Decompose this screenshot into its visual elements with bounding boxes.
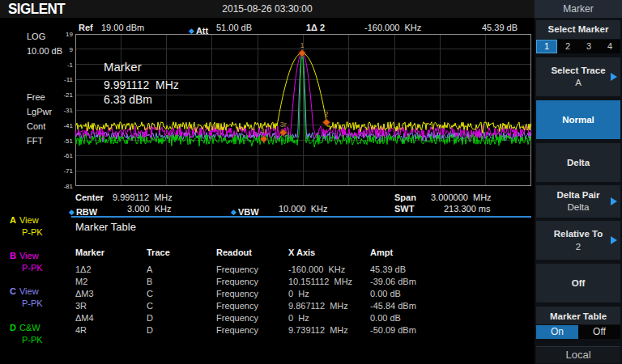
table-cell: ΔM4 xyxy=(75,313,147,325)
trace-a-mode: View xyxy=(19,215,39,225)
relative-to-label: Relative To xyxy=(536,229,620,239)
select-trace-label: Select Trace xyxy=(536,66,620,75)
spectrum-analyzer-screen: SIGLENT 2015-08-26 03:30:00 LOG 10.00 dB… xyxy=(0,0,622,364)
y-axis-tick-label: -51 xyxy=(55,138,73,145)
y-axis-tick-label: -1 xyxy=(55,61,73,69)
y-axis-tick-label: -31 xyxy=(55,107,73,114)
trace-d-mode: C&W xyxy=(19,323,40,332)
table-cell: ΔM3 xyxy=(75,289,147,301)
continuous-sweep-label: Cont xyxy=(27,121,45,131)
fft-mode-label: FFT xyxy=(27,136,43,146)
select-marker-button[interactable]: Select Marker xyxy=(536,20,620,39)
marker-annotation-amplitude: 6.33 dBm xyxy=(104,93,152,106)
vbw-active-diamond-icon: ◆ xyxy=(231,208,236,216)
delta-pair-value: Delta xyxy=(536,202,620,212)
col-header-marker: Marker xyxy=(75,248,147,260)
table-cell: 9.739112 MHz xyxy=(288,325,370,337)
spectrum-traces-svg: 123r4r xyxy=(75,34,531,186)
datetime-display: 2015-08-26 03:30:00 xyxy=(0,3,535,15)
delta-pair-label: Delta Pair xyxy=(536,190,620,200)
marker-annotation-frequency: 9.991112 MHz xyxy=(104,78,179,91)
table-cell: 4R xyxy=(75,325,147,337)
trace-b-detector: P-PK xyxy=(22,263,43,273)
spectrum-plot: 123r4r Marker 9.991112 MHz 6.33 dBm xyxy=(75,34,531,186)
marker-table-separator-line xyxy=(71,216,531,218)
active-marker-id: 1Δ 2 xyxy=(306,23,325,32)
table-cell: Frequency xyxy=(216,301,288,313)
marker-table-off-option[interactable]: Off xyxy=(578,325,620,339)
table-cell: 10.151112 MHz xyxy=(288,277,370,289)
table-cell: 0.00 dB xyxy=(370,313,492,325)
select-trace-value: A xyxy=(536,78,620,87)
marker-table-on-option[interactable]: On xyxy=(536,325,578,339)
center-freq-value: 9.999112 MHz xyxy=(113,193,173,202)
trace-a-letter: A xyxy=(10,215,16,225)
ref-label: Ref xyxy=(79,23,93,32)
marker-table-body: 1Δ2AFrequency-160.000 KHz45.39 dB M2BFre… xyxy=(75,265,492,337)
normal-button[interactable]: Normal xyxy=(536,100,620,139)
relative-to-value: 2 xyxy=(536,242,620,252)
table-cell: -45.84 dBm xyxy=(370,301,492,313)
top-status-bar: SIGLENT 2015-08-26 03:30:00 xyxy=(0,0,535,18)
table-cell: D xyxy=(147,313,216,325)
trace-c-detector: P-PK xyxy=(22,298,43,308)
table-cell: -39.06 dBm xyxy=(370,277,492,289)
trace-a-detector: P-PK xyxy=(22,227,43,237)
table-cell: C xyxy=(147,289,216,301)
table-cell: -50.09 dBm xyxy=(370,325,492,337)
span-label: Span xyxy=(394,193,416,202)
y-axis-tick-label: -41 xyxy=(55,122,73,129)
local-button[interactable]: Local xyxy=(536,346,620,363)
trace-c-letter: C xyxy=(10,286,16,296)
table-cell: D xyxy=(147,325,216,337)
marker-table-button[interactable]: Marker Table xyxy=(536,307,620,324)
table-cell: 0.00 dB xyxy=(370,289,492,301)
trace-d-detector: P-PK xyxy=(22,335,43,345)
col-header-readout: Readout xyxy=(216,248,288,260)
rbw-value: 3.000 KHz xyxy=(127,204,171,214)
table-cell: 45.39 dB xyxy=(370,265,492,277)
active-marker-xvalue: -160.000 KHz xyxy=(364,23,421,32)
table-cell: A xyxy=(147,265,216,277)
col-header-xaxis: X Axis xyxy=(288,248,370,260)
table-cell: M2 xyxy=(75,277,147,289)
trace-b-status: BView xyxy=(10,251,39,260)
span-value: 3.000000 MHz xyxy=(431,193,492,202)
svg-text:4r: 4r xyxy=(261,127,267,135)
table-cell: Frequency xyxy=(216,277,288,289)
amplitude-scale-label: LOG xyxy=(27,32,45,41)
submenu-arrow-icon xyxy=(611,73,617,81)
marker-option-1[interactable]: 1 xyxy=(536,40,557,53)
table-cell: 0 Hz xyxy=(288,313,370,325)
trace-c-status: CView xyxy=(10,286,39,296)
select-trace-button[interactable]: Select Trace A xyxy=(536,57,620,96)
marker-off-button[interactable]: Off xyxy=(536,264,620,303)
table-cell: B xyxy=(147,277,216,289)
y-axis-tick-label: 9 xyxy=(55,46,73,53)
center-freq-label: Center xyxy=(75,193,104,202)
marker-option-4[interactable]: 4 xyxy=(599,40,620,53)
softkey-menu-panel: Marker Select Marker 1 2 3 4 Select Trac… xyxy=(535,0,622,364)
delta-button[interactable]: Delta xyxy=(536,143,620,182)
y-axis-tick-label: -61 xyxy=(55,152,73,159)
col-header-ampt: Ampt xyxy=(370,248,492,260)
delta-pair-button[interactable]: Delta Pair Delta xyxy=(536,185,620,218)
trace-d-status: DC&W xyxy=(10,323,40,332)
svg-text:3r: 3r xyxy=(280,121,287,129)
table-cell: Frequency xyxy=(216,313,288,325)
y-axis-tick-label: -71 xyxy=(55,167,73,175)
marker-table-title: Marker Table xyxy=(75,221,136,233)
relative-to-button[interactable]: Relative To 2 xyxy=(536,221,620,260)
marker-option-2[interactable]: 2 xyxy=(557,40,578,53)
select-marker-options: 1 2 3 4 xyxy=(536,40,620,53)
marker-annotation-title: Marker xyxy=(104,60,142,74)
marker-table-toggle: On Off xyxy=(536,325,620,339)
table-cell: 3R xyxy=(75,301,147,313)
table-cell: 1Δ2 xyxy=(75,265,147,277)
table-cell: 9.867112 MHz xyxy=(288,301,370,313)
trace-b-mode: View xyxy=(19,251,39,260)
y-axis-tick-label: -21 xyxy=(55,91,73,99)
col-header-trace: Trace xyxy=(147,248,216,260)
submenu-arrow-icon xyxy=(611,197,617,205)
marker-option-3[interactable]: 3 xyxy=(578,40,599,53)
